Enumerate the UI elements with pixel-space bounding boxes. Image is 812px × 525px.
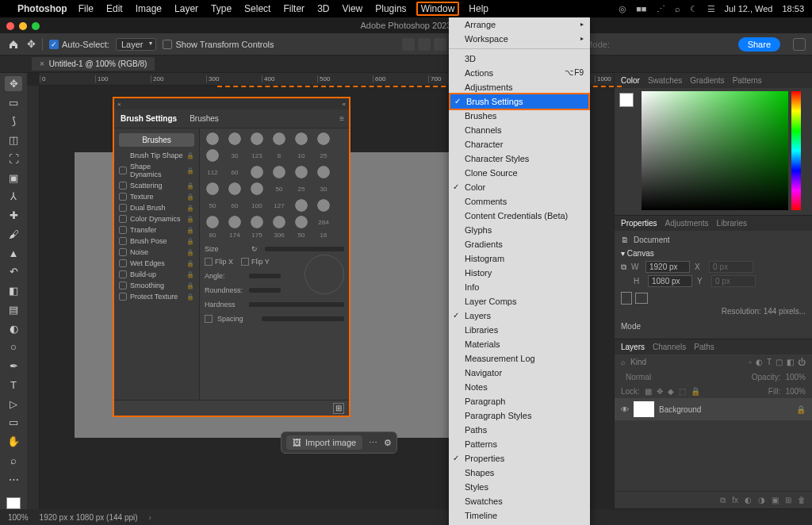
menu-item-materials[interactable]: Materials — [449, 337, 590, 351]
menu-item-color[interactable]: Color — [449, 180, 590, 194]
search-bar-button[interactable] — [793, 38, 806, 51]
menu-file[interactable]: File — [79, 3, 94, 14]
menu-help[interactable]: Help — [469, 3, 488, 14]
menu-item-navigator[interactable]: Navigator — [449, 366, 590, 380]
brush-option-row[interactable]: Color Dynamics🔒 — [114, 213, 199, 224]
lock-pos-icon[interactable]: ✥ — [657, 387, 663, 396]
flipy-checkbox[interactable]: Flip Y — [241, 258, 270, 266]
tab-color[interactable]: Color — [621, 76, 640, 85]
filter-toggle[interactable]: ⏻ — [798, 358, 806, 366]
auto-select-dropdown[interactable]: Layer — [116, 38, 157, 51]
visibility-icon[interactable]: 👁 — [621, 405, 629, 414]
menu-item-comments[interactable]: Comments — [449, 194, 590, 209]
brush-tip[interactable] — [227, 215, 243, 229]
blur-tool[interactable]: ◐ — [5, 321, 22, 336]
brush-option-row[interactable]: Smoothing🔒 — [114, 280, 199, 291]
fg-bg-swatch[interactable] — [6, 497, 21, 510]
app-name[interactable]: Photoshop — [17, 3, 67, 14]
menu-item-properties[interactable]: Properties — [449, 451, 590, 466]
tab-paths[interactable]: Paths — [694, 343, 714, 351]
mode-section[interactable]: Mode — [621, 322, 641, 331]
filter-smart-icon[interactable]: ◧ — [787, 358, 794, 366]
battery-icon[interactable]: ■■ — [636, 4, 646, 13]
moon-icon[interactable]: ☾ — [690, 4, 698, 14]
move-tool-icon[interactable]: ✥ — [27, 38, 36, 50]
trash-icon[interactable]: 🗑 — [798, 496, 806, 504]
group-icon[interactable]: ▣ — [772, 496, 779, 504]
link-layers-icon[interactable]: ⧉ — [720, 496, 726, 505]
lock-icon[interactable]: 🔒 — [691, 387, 700, 396]
brush-angle-preview[interactable] — [304, 255, 344, 294]
search-icon[interactable]: ⌕ — [675, 4, 680, 13]
layer-thumbnail[interactable] — [634, 401, 654, 417]
tab-gradients[interactable]: Gradients — [690, 76, 724, 85]
align-icon[interactable] — [402, 38, 415, 51]
menu-item-paragraph-styles[interactable]: Paragraph Styles — [449, 408, 590, 423]
fill-input[interactable]: 100% — [785, 387, 806, 396]
color-field[interactable] — [642, 91, 788, 210]
menu-item-layer-comps[interactable]: Layer Comps — [449, 294, 590, 308]
canvas-section[interactable]: Canvas — [627, 249, 654, 258]
menu-item-gradients[interactable]: Gradients — [449, 237, 590, 251]
tab-adjustments[interactable]: Adjustments — [665, 219, 709, 228]
menu-item-patterns[interactable]: Patterns — [449, 437, 590, 451]
filter-pixel-icon[interactable]: ▫ — [749, 358, 752, 366]
menu-item-swatches[interactable]: Swatches — [449, 494, 590, 508]
panel-header[interactable]: × « — [114, 98, 349, 109]
tab-brush-settings[interactable]: Brush Settings — [119, 111, 178, 126]
menu-item-character-styles[interactable]: Character Styles — [449, 151, 590, 166]
menu-item-paths[interactable]: Paths — [449, 423, 590, 437]
brush-option-row[interactable]: Protect Texture🔒 — [114, 291, 199, 302]
menu-item-clone-source[interactable]: Clone Source — [449, 166, 590, 180]
align-icon[interactable] — [434, 38, 446, 51]
wifi-icon[interactable]: ⋰ — [657, 4, 665, 14]
close-tab-icon[interactable]: × — [40, 59, 44, 68]
brush-option-row[interactable]: Wet Edges🔒 — [114, 258, 199, 269]
ruler-vertical[interactable] — [27, 86, 40, 509]
brush-option-row[interactable]: Dual Brush🔒 — [114, 202, 199, 213]
brush-tip[interactable] — [271, 215, 287, 229]
menu-3d[interactable]: 3D — [317, 3, 329, 14]
brush-tip[interactable] — [205, 182, 220, 196]
adjust-layer-icon[interactable]: ◑ — [758, 496, 765, 504]
menu-item-history[interactable]: History — [449, 266, 590, 280]
hand-tool[interactable]: ✋ — [5, 434, 22, 449]
menubar-date[interactable]: Jul 12., Wed — [725, 4, 773, 13]
menu-item-layers[interactable]: Layers — [449, 308, 590, 323]
close-panel-icon[interactable]: × — [117, 101, 121, 108]
menu-item-shapes[interactable]: Shapes — [449, 466, 590, 480]
contextual-task-bar[interactable]: 🖼Import image ⋯ ⚙ — [281, 431, 397, 454]
tab-brushes[interactable]: Brushes — [188, 111, 220, 126]
fg-bg-picker[interactable] — [619, 93, 634, 107]
filter-shape-icon[interactable]: ▢ — [776, 358, 783, 366]
hardness-slider[interactable] — [249, 302, 344, 307]
eyedropper-tool[interactable]: ⅄ — [5, 190, 22, 205]
brush-tip[interactable] — [271, 165, 287, 179]
menu-item-brush-settings[interactable]: Brush Settings — [449, 93, 590, 110]
menu-item-libraries[interactable]: Libraries — [449, 323, 590, 337]
menu-item-measurement-log[interactable]: Measurement Log — [449, 351, 590, 366]
landscape-icon[interactable] — [635, 293, 648, 304]
brush-option-row[interactable]: Brush Pose🔒 — [114, 236, 199, 247]
show-transform-checkbox[interactable]: Show Transform Controls — [163, 40, 274, 49]
maximize-window-button[interactable] — [32, 22, 40, 30]
doc-size[interactable]: 1920 px x 1080 px (144 ppi) — [40, 513, 138, 522]
lock-indicator-icon[interactable]: 🔒 — [796, 405, 806, 414]
brush-tip[interactable] — [316, 165, 331, 179]
flipx-checkbox[interactable]: Flip X — [205, 258, 233, 266]
lock-all-icon[interactable]: ▦ — [645, 387, 652, 396]
brush-tip[interactable] — [316, 198, 331, 213]
healing-tool[interactable]: ✚ — [5, 208, 22, 223]
menu-view[interactable]: View — [342, 3, 362, 14]
filter-adj-icon[interactable]: ◐ — [756, 358, 763, 366]
tab-properties[interactable]: Properties — [621, 219, 657, 228]
panel-menu-icon[interactable]: ≡ — [339, 114, 344, 123]
crop-tool[interactable]: ⛶ — [5, 151, 22, 167]
menu-item-channels[interactable]: Channels — [449, 123, 590, 137]
hue-slider[interactable] — [791, 91, 801, 210]
dodge-tool[interactable]: ○ — [5, 340, 22, 355]
menu-item-styles[interactable]: Styles — [449, 480, 590, 494]
menu-item-content-credentials-beta-[interactable]: Content Credentials (Beta) — [449, 209, 590, 223]
spacing-checkbox[interactable] — [205, 315, 213, 323]
close-window-button[interactable] — [6, 22, 14, 30]
